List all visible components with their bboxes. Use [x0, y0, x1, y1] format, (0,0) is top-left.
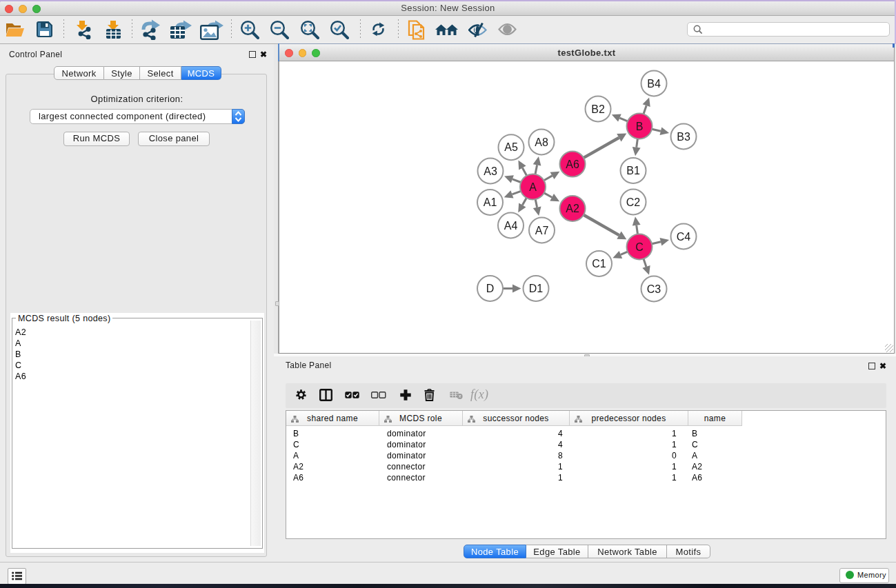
svg-text:C3: C3: [647, 283, 661, 295]
svg-text:A5: A5: [504, 141, 518, 153]
svg-text:C4: C4: [677, 231, 691, 243]
svg-text:A: A: [529, 181, 537, 193]
svg-text:D1: D1: [529, 283, 544, 294]
svg-text:A6: A6: [566, 159, 579, 170]
svg-text:A1: A1: [484, 196, 497, 208]
svg-text:A8: A8: [535, 136, 548, 148]
svg-text:A3: A3: [484, 165, 497, 177]
svg-text:B3: B3: [677, 131, 690, 143]
svg-text:B4: B4: [647, 78, 661, 90]
svg-text:B2: B2: [591, 103, 605, 115]
svg-text:B: B: [636, 121, 644, 132]
svg-text:C2: C2: [626, 196, 641, 208]
svg-text:D: D: [486, 283, 495, 294]
svg-text:B1: B1: [626, 165, 640, 176]
svg-text:C1: C1: [592, 258, 606, 270]
svg-text:A7: A7: [535, 225, 549, 236]
svg-text:C: C: [635, 241, 644, 253]
svg-text:A4: A4: [504, 220, 518, 232]
svg-text:A2: A2: [566, 203, 579, 214]
